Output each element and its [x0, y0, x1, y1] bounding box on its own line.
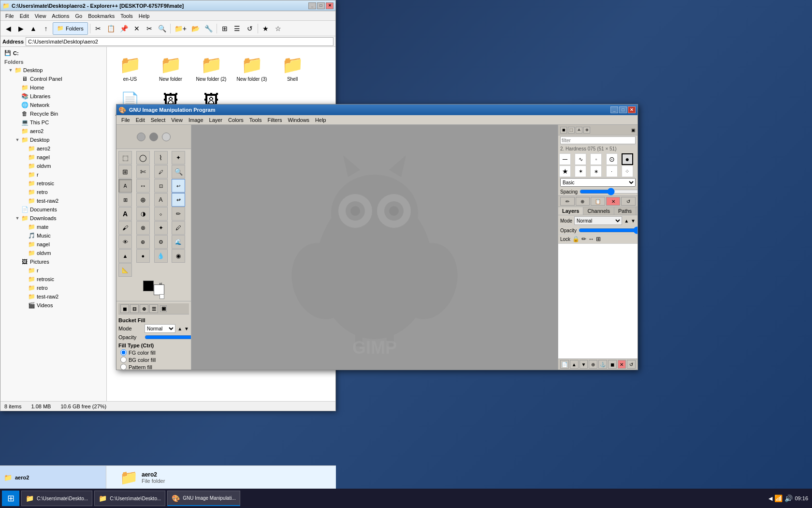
folders-button[interactable]: 📁 Folders: [53, 22, 88, 35]
gimp-menu-layer[interactable]: Layer: [206, 116, 226, 124]
spacing-slider[interactable]: [580, 189, 638, 194]
perspective-clone-tool[interactable]: ⚙: [154, 235, 168, 249]
lock-position[interactable]: ⊞: [596, 236, 601, 242]
scale-tool[interactable]: ⊕: [136, 193, 150, 207]
forward-button[interactable]: ▶: [15, 22, 27, 35]
explorer-close-button[interactable]: ✕: [326, 2, 334, 9]
dodge-burn-tool[interactable]: ●: [136, 249, 150, 263]
zoom-tool[interactable]: 🔍: [172, 165, 185, 179]
gimp-canvas[interactable]: GIMP: [191, 125, 558, 370]
layers-panel-menu[interactable]: ▣: [636, 207, 638, 215]
expand-downloads[interactable]: ▼: [14, 216, 21, 221]
bg-fill-radio[interactable]: [120, 357, 127, 363]
opacity-slider[interactable]: [145, 334, 191, 341]
sidebar-item-desktop1[interactable]: ▼ 📁 Desktop: [0, 66, 106, 75]
sidebar-item-control-panel[interactable]: 🖥 Control Panel: [0, 75, 106, 83]
back-button[interactable]: ◀: [2, 22, 14, 35]
taskbar-btn-gimp[interactable]: 🎨 GNU Image Manipulati...: [167, 491, 240, 506]
brush-7[interactable]: ✶: [575, 165, 586, 177]
open-button[interactable]: 📂: [189, 22, 202, 35]
new-folder-button[interactable]: 📁+: [173, 22, 188, 35]
gimp-menu-windows[interactable]: Windows: [285, 116, 312, 124]
gimp-menu-edit[interactable]: Edit: [133, 116, 148, 124]
brush-9[interactable]: ·: [606, 165, 618, 177]
fg-fill-option[interactable]: FG color fill: [120, 349, 189, 356]
expand-desktop1[interactable]: ▼: [7, 68, 14, 73]
bookmark-button[interactable]: ★: [260, 22, 272, 35]
brush-4[interactable]: ⊙: [606, 153, 618, 165]
sidebar-item-network[interactable]: 🌐 Network: [0, 101, 106, 109]
brush-6[interactable]: ★: [559, 165, 571, 177]
sidebar-item-retro2[interactable]: 📁 retro: [0, 284, 106, 292]
brush-2[interactable]: ∿: [575, 153, 586, 165]
color-swatch[interactable]: ⇄: [143, 281, 164, 299]
bg-color-swatch[interactable]: [154, 284, 164, 295]
sidebar-item-aero2[interactable]: 📁 aero2: [0, 127, 106, 135]
blend-tool[interactable]: ◑: [136, 207, 150, 221]
move-button[interactable]: ✂: [144, 22, 155, 35]
explorer-minimize-button[interactable]: _: [308, 2, 316, 9]
sidebar-item-desktop2[interactable]: ▼ 📁 Desktop: [0, 135, 106, 144]
gimp-maximize-button[interactable]: □: [619, 106, 627, 113]
brush-3[interactable]: ◦: [590, 153, 602, 165]
scissors-tool[interactable]: ✄: [136, 165, 150, 179]
gimp-menu-colors[interactable]: Colors: [225, 116, 246, 124]
lock-alpha[interactable]: 🔒: [572, 236, 580, 242]
sidebar-item-libraries[interactable]: 📚 Libraries: [0, 92, 106, 101]
sidebar-item-retrosic[interactable]: 📁 retrosic: [0, 179, 106, 188]
gimp-minimize-button[interactable]: _: [610, 106, 618, 113]
gimp-menu-image[interactable]: Image: [186, 116, 206, 124]
sidebar-item-retro[interactable]: 📁 retro: [0, 188, 106, 196]
brush-10[interactable]: ⁘: [622, 165, 633, 177]
brush-action-dup[interactable]: 📋: [591, 197, 605, 206]
mode-arrow1[interactable]: ▲: [177, 326, 182, 331]
paths-tool[interactable]: 🖊: [154, 165, 168, 179]
options-icon1[interactable]: ◼: [120, 304, 129, 313]
brush-icon2[interactable]: ⬚: [568, 127, 575, 134]
paste-button[interactable]: 📌: [118, 22, 130, 35]
shear-tool[interactable]: A: [154, 193, 168, 207]
sidebar-item-test-raw2[interactable]: 📁 test-raw2: [0, 196, 106, 205]
cut-button[interactable]: ✂: [92, 22, 104, 35]
rotate-tool[interactable]: ⊞: [118, 193, 132, 207]
layer-action-mask[interactable]: ◼: [608, 360, 617, 369]
canvas-area[interactable]: GIMP: [191, 125, 558, 370]
sidebar-item-aero2-sub[interactable]: 📁 aero2: [0, 144, 106, 153]
brush-panel-close[interactable]: ▣: [631, 128, 636, 133]
select-by-color-tool[interactable]: ⊞: [118, 165, 132, 179]
bottom-selected-item[interactable]: 📁 aero2: [0, 466, 106, 489]
sidebar-item-pictures[interactable]: 🖼 Pictures: [0, 257, 106, 266]
align-tool[interactable]: ⊡: [154, 179, 168, 193]
options-icon2[interactable]: ⊟: [130, 304, 139, 313]
reset-colors-button[interactable]: [160, 294, 164, 299]
sidebar-item-home[interactable]: 📁 Home: [0, 83, 106, 92]
file-item-en-us[interactable]: 📁 en-US: [111, 51, 149, 84]
ink-tool[interactable]: 🖊: [172, 221, 185, 235]
layer-mode-down[interactable]: ▼: [631, 218, 636, 224]
properties-button[interactable]: 🔧: [203, 22, 215, 35]
clone-tool[interactable]: 👁: [118, 235, 132, 249]
up2-button[interactable]: ↑: [40, 22, 52, 35]
menu-edit[interactable]: Edit: [17, 12, 32, 20]
sidebar-item-test-raw2b[interactable]: 📁 test-raw2: [0, 292, 106, 301]
sidebar-item-retrosic2[interactable]: 📁 retrosic: [0, 275, 106, 284]
layer-action-refresh[interactable]: ↺: [627, 360, 636, 369]
start-button[interactable]: ⊞: [2, 491, 19, 506]
menu-go[interactable]: Go: [72, 12, 85, 20]
layer-action-dup[interactable]: ⊕: [589, 360, 597, 369]
search-button[interactable]: 🔍: [156, 22, 168, 35]
magnify-tool[interactable]: ◉: [172, 249, 185, 263]
mode-arrow2[interactable]: ▼: [184, 326, 189, 331]
sidebar-item-oldvm[interactable]: 📁 oldvm: [0, 162, 106, 170]
bookmark2-button[interactable]: ☆: [273, 22, 284, 35]
crop-tool[interactable]: A: [118, 179, 132, 193]
menu-help[interactable]: Help: [136, 12, 153, 20]
text-tool[interactable]: A: [118, 207, 132, 221]
pencil-tool[interactable]: ✏: [172, 207, 185, 221]
fg-fill-radio[interactable]: [120, 349, 127, 356]
view-icons-button[interactable]: ⊞: [219, 22, 231, 35]
sidebar-item-nagel[interactable]: 📁 nagel: [0, 153, 106, 162]
brush-preset-select[interactable]: Basic: [560, 178, 636, 187]
sidebar-item-mate[interactable]: 📁 mate: [0, 223, 106, 231]
gimp-menu-view[interactable]: View: [168, 116, 186, 124]
